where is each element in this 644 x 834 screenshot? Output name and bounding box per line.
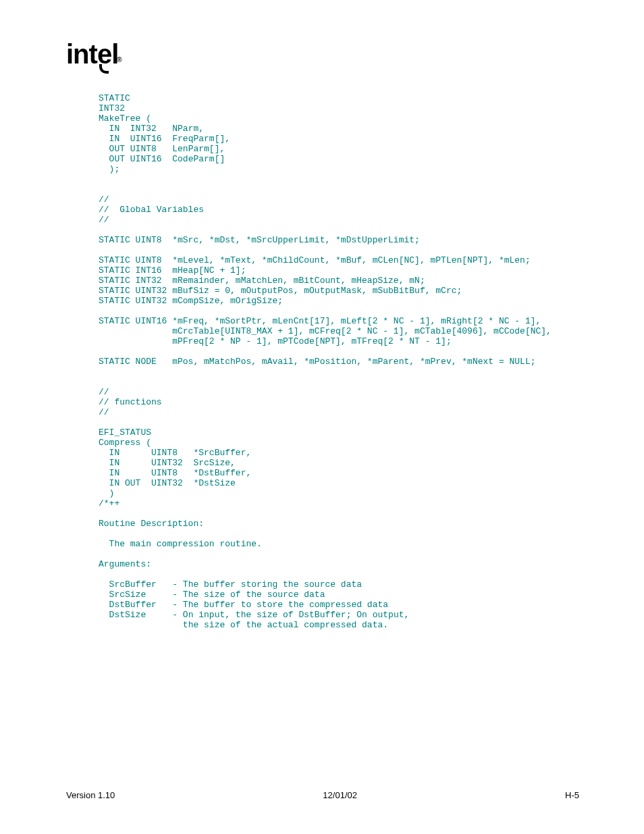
logo-registered-icon: ® [117, 56, 121, 63]
footer-date: 12/01/02 [323, 790, 357, 800]
footer-page: H-5 [565, 790, 579, 800]
footer-version: Version 1.10 [66, 790, 115, 800]
document-page: intel® STATIC INT32 MakeTree ( IN INT32 … [0, 0, 644, 834]
page-footer: Version 1.10 12/01/02 H-5 [66, 790, 579, 800]
intel-logo: intel® [66, 39, 123, 70]
logo-text: intel [66, 39, 118, 69]
code-block: STATIC INT32 MakeTree ( IN INT32 NParm, … [99, 93, 561, 630]
